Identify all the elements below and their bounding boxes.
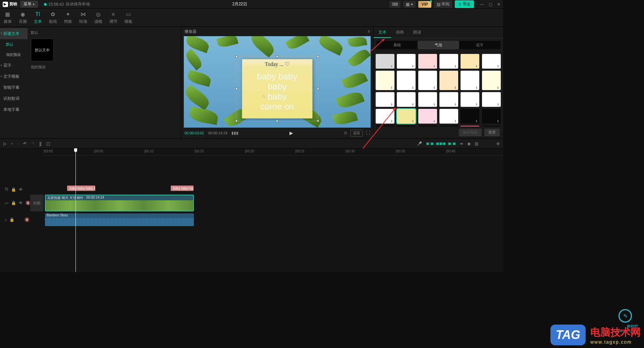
bubble-preset[interactable]: ⬇ xyxy=(418,126,437,127)
selection-tool-icon[interactable]: ▷ xyxy=(3,141,6,146)
minimize-icon[interactable]: — xyxy=(480,2,484,7)
chevron-down-icon[interactable]: ▾ xyxy=(11,142,13,145)
tab-effect[interactable]: ✦特效 xyxy=(60,9,75,26)
vip-button[interactable]: VIP xyxy=(418,1,431,8)
bubble-preset[interactable]: ⬇ xyxy=(461,109,479,124)
audio-clip[interactable]: Bamboo Story xyxy=(45,213,194,226)
timeline-ruler[interactable]: |00:00|00:05|00:10|00:15|00:20|00:25|00:… xyxy=(44,149,503,155)
text-overlay[interactable]: Today ... ♡ baby baby baby baby come on xyxy=(242,59,313,118)
layout-button[interactable]: ▦ ▾ xyxy=(403,1,415,8)
track-height-icon[interactable]: ▤ xyxy=(475,141,478,146)
tab-text[interactable]: TI文本 xyxy=(30,9,45,26)
bubble-preset[interactable]: ⬇ xyxy=(376,71,394,90)
scale-button[interactable]: 适应 xyxy=(351,130,363,137)
shortcut-button[interactable]: ⌨ xyxy=(389,1,400,8)
player-viewport[interactable]: Today ... ♡ baby baby baby baby come on … xyxy=(184,36,371,128)
playhead[interactable] xyxy=(75,149,76,272)
split-icon[interactable]: ]​[ xyxy=(39,141,42,146)
bubble-preset[interactable]: ⬇ xyxy=(439,92,458,107)
video-clip[interactable]: 实景拍摄 晴天 天空 树叶00:00:14:24 xyxy=(45,195,194,211)
sidebar-item-lyrics[interactable]: 识别歌词 xyxy=(0,93,28,104)
link-icon[interactable]: ⇹ xyxy=(460,141,463,146)
bubble-preset[interactable]: ⬇ xyxy=(461,54,479,69)
bubble-preset[interactable]: ⬇ xyxy=(439,54,458,69)
eye-icon[interactable]: 👁 xyxy=(19,201,23,205)
sidebar-item-my-preset[interactable]: 我的预设 xyxy=(0,50,28,60)
mute-icon[interactable]: 🔇 xyxy=(24,217,30,222)
subtab-basic[interactable]: 基础 xyxy=(376,41,418,49)
tab-adjust[interactable]: ≡调节 xyxy=(106,9,121,26)
snap-mid-icon[interactable]: ▣▣▣ xyxy=(436,141,446,146)
bubble-preset[interactable]: ⬇ xyxy=(418,92,437,107)
undo-icon[interactable]: ↶ xyxy=(23,141,26,146)
snap-on-icon[interactable]: ▣-▣ xyxy=(426,141,434,146)
mute-icon[interactable]: 🔇 xyxy=(25,201,31,205)
bubble-preset[interactable]: ⬇ xyxy=(439,71,458,90)
menu-button[interactable]: 菜单 ▾ xyxy=(20,1,38,8)
level-icon[interactable]: ▮▮▮ xyxy=(231,131,238,135)
bubble-preset[interactable]: ⬇ xyxy=(461,126,479,127)
zoom-reset-icon[interactable]: ⊙ xyxy=(344,131,347,135)
bubble-preset[interactable]: ⬇ xyxy=(397,126,416,127)
bubble-preset[interactable]: ⬇ xyxy=(482,54,501,69)
lock-icon[interactable]: 🔒 xyxy=(11,187,16,192)
eye-icon[interactable]: 👁 xyxy=(19,187,23,192)
sidebar-item-fancy[interactable]: ▸花字 xyxy=(0,60,28,71)
maximize-icon[interactable]: ▢ xyxy=(489,2,492,7)
inspector-tab-voice[interactable]: 朗读 xyxy=(409,27,426,38)
bubble-preset[interactable]: ⬇ xyxy=(461,92,479,107)
default-text-thumb[interactable]: 默认文本 xyxy=(31,39,54,61)
lock-icon[interactable]: 🔒 xyxy=(11,201,16,205)
sidebar-item-default[interactable]: 默认 xyxy=(0,39,28,50)
close-icon[interactable]: ✕ xyxy=(497,2,500,7)
sidebar-item-local-caption[interactable]: 本地字幕 xyxy=(0,104,28,115)
tab-template[interactable]: ▭模板 xyxy=(121,9,136,26)
redo-icon[interactable]: ↷ xyxy=(31,141,35,146)
save-preset-button[interactable]: 保存预设 xyxy=(459,129,482,136)
review-button[interactable]: ▤ 审阅 xyxy=(434,0,452,8)
preview-icon[interactable]: ◉ xyxy=(467,141,471,146)
lock-icon[interactable]: 🔒 xyxy=(9,217,14,222)
tab-transition[interactable]: ⋈转场 xyxy=(75,9,91,26)
reset-button[interactable]: 重置 xyxy=(484,129,500,136)
tab-media[interactable]: ▦媒体 xyxy=(0,9,15,26)
tab-filter[interactable]: ◎滤镜 xyxy=(91,9,106,26)
fullscreen-icon[interactable]: ⛶ xyxy=(366,131,370,135)
bubble-preset[interactable]: ⬇ xyxy=(418,71,437,90)
player-menu-icon[interactable]: ≡ xyxy=(368,29,370,34)
subtab-bubble[interactable]: 气泡 xyxy=(418,41,459,49)
sidebar-item-text-template[interactable]: ▸文字模板 xyxy=(0,71,28,82)
zoom-fit-icon[interactable]: ⊕ xyxy=(496,141,500,146)
bubble-preset[interactable]: ⬇ xyxy=(461,71,479,90)
subtab-fancy[interactable]: 花字 xyxy=(459,41,500,49)
export-button[interactable]: ⇧ 导出 xyxy=(455,0,474,8)
bubble-preset[interactable]: ⬇ xyxy=(376,109,394,124)
bubble-preset[interactable]: ⬇ xyxy=(482,109,501,124)
bubble-preset[interactable]: ⬇ xyxy=(418,54,437,69)
bubble-preset[interactable]: ⬇ xyxy=(482,92,501,107)
sidebar-item-new-text[interactable]: ▾新建文本 xyxy=(0,28,28,39)
bubble-preset[interactable]: ⬇ xyxy=(482,126,501,127)
text-clip-2[interactable]: baby baby ba xyxy=(171,186,194,191)
bubble-preset[interactable]: ⬇ xyxy=(418,109,437,124)
mic-icon[interactable]: 🎤 xyxy=(417,141,422,146)
bubble-preset[interactable]: ⬇ xyxy=(397,92,416,107)
bubble-preset[interactable]: ⬇ xyxy=(397,109,416,124)
inspector-tab-text[interactable]: 文本 xyxy=(374,27,391,38)
text-clip-1[interactable]: baby baby baby b xyxy=(67,186,95,191)
bubble-preset[interactable]: ⬇ xyxy=(482,71,501,90)
cover-button[interactable]: 封面 xyxy=(30,195,44,211)
bubble-preset[interactable]: ⬇ xyxy=(397,54,416,69)
snap-off-icon[interactable]: ▣-▣ xyxy=(448,141,456,146)
bubble-preset[interactable]: ⬇ xyxy=(439,109,458,124)
bubble-preset[interactable]: ⬇ xyxy=(439,126,458,127)
bubble-preset[interactable]: ⬇ xyxy=(376,92,394,107)
tab-sticker[interactable]: ✿贴纸 xyxy=(45,9,60,26)
bubble-preset[interactable]: ⬇ xyxy=(376,126,394,127)
play-button[interactable]: ▶ xyxy=(289,130,293,136)
bubble-preset[interactable]: ⬇ xyxy=(397,71,416,90)
timeline[interactable]: |00:00|00:05|00:10|00:15|00:20|00:25|00:… xyxy=(0,148,503,272)
sidebar-item-smart-caption[interactable]: 智能字幕 xyxy=(0,82,28,93)
bubble-preset[interactable]: ⬇ xyxy=(376,54,394,69)
tab-audio[interactable]: ◉音频 xyxy=(15,9,30,26)
